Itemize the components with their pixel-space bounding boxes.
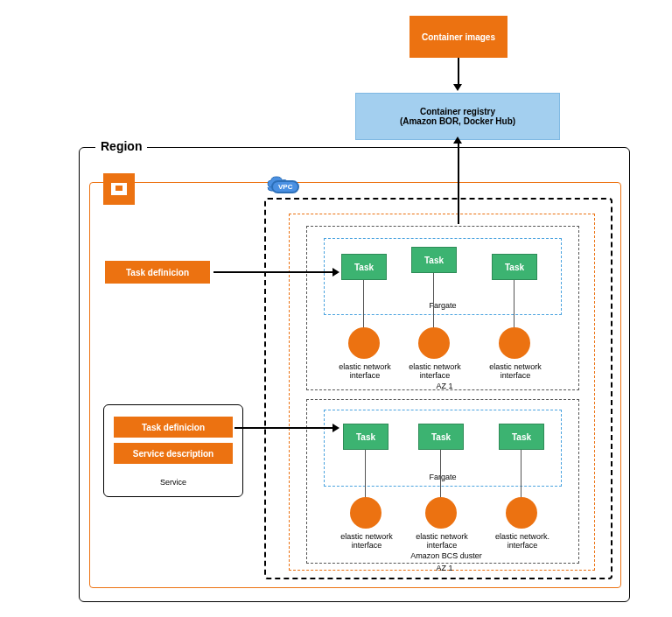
az1-eni-circle-1 bbox=[418, 327, 450, 359]
az1-line-1 bbox=[433, 273, 434, 328]
az2-task-2: Task bbox=[499, 424, 544, 450]
az2-task-2-label: Task bbox=[512, 432, 531, 442]
az1-task-1-label: Task bbox=[424, 256, 444, 265]
az1-eni-label-1: elastic network interface bbox=[404, 362, 466, 380]
service-desc-label: Service description bbox=[133, 449, 214, 459]
service-description: Service description bbox=[114, 443, 233, 464]
arrow-up-az1 bbox=[458, 142, 459, 224]
az2-eni-label-1: elastic network interface bbox=[411, 532, 472, 550]
vpc-cloud-wrapper: VPC bbox=[262, 172, 299, 200]
az2-eni-label-0: elastic network interface bbox=[336, 532, 397, 550]
az1-task-0: Task bbox=[341, 254, 387, 280]
az2-fargate-label: Fargate bbox=[416, 473, 469, 481]
az1-line-2 bbox=[514, 280, 514, 328]
arrow-service bbox=[234, 427, 334, 429]
az2-line-0 bbox=[365, 450, 366, 498]
az1-task-1: Task bbox=[411, 247, 457, 273]
az2-task-0: Task bbox=[343, 424, 388, 450]
az2-eni-circle-0 bbox=[350, 497, 382, 529]
registry-subtitle: (Amazon BOR, Docker Hub) bbox=[400, 116, 515, 126]
az1-eni-label-2: elastic network interface bbox=[485, 362, 546, 380]
registry-title: Container registry bbox=[420, 107, 495, 116]
az1-eni-label-0: elastic network interface bbox=[334, 362, 396, 380]
arrow-head-up-1 bbox=[453, 137, 462, 144]
az2-eni-circle-2 bbox=[506, 497, 537, 529]
az2-line-2 bbox=[521, 450, 522, 498]
region-title: Region bbox=[95, 139, 147, 153]
arrow-head-r-1 bbox=[332, 268, 340, 277]
az2-eni-label-2: elastic network. interface bbox=[492, 532, 553, 550]
az2-task-0-label: Task bbox=[356, 432, 375, 442]
arrow-head-down-1 bbox=[453, 84, 462, 91]
az2-eni-circle-1 bbox=[425, 497, 457, 529]
service-task-def-label: Task definicion bbox=[142, 423, 205, 432]
az2-cluster-label: Amazon BCS duster bbox=[402, 551, 490, 560]
az2-line-1 bbox=[440, 450, 441, 498]
service-task-def: Task definicion bbox=[114, 417, 233, 438]
az1-task-2: Task bbox=[492, 254, 537, 280]
service-label: Service bbox=[147, 478, 200, 487]
arrow-images-to-registry bbox=[458, 58, 459, 86]
vpc-badge: VPC bbox=[271, 180, 299, 193]
task-definition-1: Task definicion bbox=[105, 261, 210, 284]
az1-eni-circle-2 bbox=[499, 327, 530, 359]
container-registry-box: Container registry (Amazon BOR, Docker H… bbox=[355, 93, 560, 140]
az2-task-1: Task bbox=[418, 424, 464, 450]
az1-line-0 bbox=[363, 280, 364, 328]
arrow-taskdef1 bbox=[214, 271, 334, 273]
az1-fargate-label: Fargate bbox=[416, 301, 469, 310]
container-images-label: Container images bbox=[422, 32, 495, 42]
container-images-box: Container images bbox=[410, 16, 508, 58]
az1-task-2-label: Task bbox=[505, 263, 524, 272]
ecs-icon bbox=[103, 173, 135, 205]
az1-eni-circle-0 bbox=[348, 327, 380, 359]
az1-task-0-label: Task bbox=[354, 263, 374, 272]
az2-task-1-label: Task bbox=[431, 432, 451, 442]
az2-label: AZ 1 bbox=[427, 564, 462, 572]
az1-label: AZ 1 bbox=[427, 382, 462, 390]
task-def-1-label: Task definicion bbox=[126, 268, 189, 277]
arrow-head-r-2 bbox=[332, 424, 340, 432]
